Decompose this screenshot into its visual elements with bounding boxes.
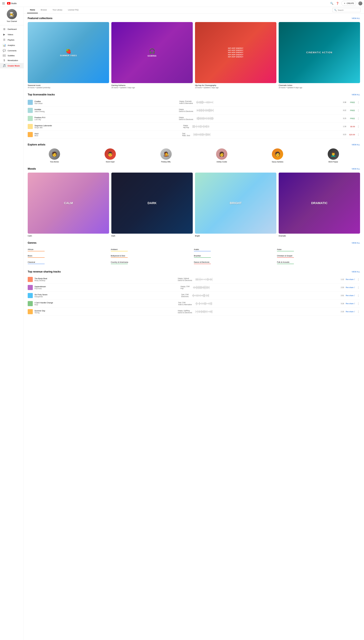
genre-item-country---americana[interactable]: Country & Americana — [111, 259, 194, 266]
genre-item-arabic[interactable]: Arabic — [194, 247, 277, 253]
search-icon[interactable]: 🔍 — [330, 2, 334, 5]
sidebar-item-videos[interactable]: ▶ Videos — [0, 32, 24, 37]
artist-card[interactable]: 👩 Ashley Cooke — [195, 148, 248, 163]
track-row[interactable]: Seguimos Laborando Grupo 360 HappyHip-ho… — [28, 122, 360, 130]
logo[interactable]: Studio — [7, 2, 17, 4]
help-icon[interactable]: ❓ — [336, 2, 339, 5]
revenue-track-waveform[interactable] — [192, 294, 336, 298]
revenue-track-waveform[interactable] — [193, 286, 336, 290]
artist-card[interactable]: 🧑‍🎤 Fireboy DML — [139, 148, 193, 163]
genre-item-ambient[interactable]: Ambient — [111, 247, 194, 253]
revenue-track-row[interactable]: Sapientdream Past lives Happy, ChillPop … — [28, 284, 360, 292]
artist-card[interactable]: 🧑 Saucy Santana — [251, 148, 304, 163]
genre-item-brazilian[interactable]: Brazilian — [194, 253, 277, 259]
track-waveform[interactable] — [194, 132, 338, 136]
track-more-button[interactable]: ⋮ — [357, 109, 360, 112]
user-avatar[interactable] — [358, 2, 362, 5]
cinematic-thumb-bg: CINEMATIC ACTION — [279, 22, 360, 83]
track-price[interactable]: $9.99 — [348, 126, 355, 128]
featured-collections-view-all[interactable]: VIEW ALL — [352, 17, 360, 19]
content-area: Home Browse Your Library License FAQ 🔍 F… — [24, 7, 364, 640]
artist-card[interactable]: 🧑 Yoss Bones — [28, 148, 81, 163]
sidebar-item-monetization[interactable]: $ Monetization — [0, 58, 24, 63]
featured-collections-title: Featured collections — [28, 17, 52, 20]
search-input[interactable] — [338, 9, 359, 11]
collection-thumb-cinematic: CINEMATIC ACTION — [279, 22, 360, 83]
track-row[interactable]: Cradles Sub Urban Happy, DramaticIndie &… — [28, 98, 360, 106]
genre-item-african[interactable]: African — [28, 247, 111, 253]
revenue-track-waveform[interactable] — [195, 302, 336, 306]
revenue-track-waveform[interactable] — [196, 278, 336, 282]
create-button[interactable]: ＋ CREATE — [342, 1, 356, 6]
track-waveform[interactable] — [192, 124, 338, 128]
collection-card-gaming[interactable]: 🎧 GAMING Gaming Anthems 26 tracks • Upda… — [111, 22, 193, 88]
revenue-track-more-button[interactable]: ⋮ — [357, 286, 360, 289]
genre-item-bollywood---desi[interactable]: Bollywood & Desi — [111, 253, 194, 259]
track-price[interactable]: FREE — [348, 101, 355, 104]
track-more-button[interactable]: ⋮ — [357, 101, 360, 104]
collection-card-hiphop[interactable]: HIP-HOP ENERGYHIP-HOP ENERGYHIP-HOP ENER… — [195, 22, 276, 88]
nav-home[interactable]: Home — [27, 7, 38, 13]
track-price[interactable]: FREE — [348, 118, 355, 120]
genre-item-folk---acoustic[interactable]: Folk & Acoustic — [277, 259, 360, 266]
revenue-track-row[interactable]: Six Forty Seven Instupendo Sad, ChillEle… — [28, 292, 360, 300]
nav-library[interactable]: Your Library — [50, 7, 65, 13]
rev-share-button[interactable]: Rev-share ⤴ — [346, 302, 355, 304]
rev-share-button[interactable]: Rev-share ⤴ — [346, 311, 355, 313]
revenue-track-waveform[interactable] — [196, 310, 336, 314]
sidebar-item-creator-music[interactable]: 🎵 Creator Music — [0, 63, 24, 68]
explore-artists-view-all[interactable]: VIEW ALL — [352, 144, 360, 146]
sidebar-item-comments[interactable]: 💬 Comments — [0, 48, 24, 53]
genre-item-classical[interactable]: Classical — [28, 259, 111, 266]
sidebar-item-playlists[interactable]: ☰ Playlists — [0, 37, 24, 42]
track-waveform[interactable] — [197, 108, 338, 112]
revenue-track-row[interactable]: The Banjo Beat Ricky Desktop Happy, Upbe… — [28, 276, 360, 284]
artist-card[interactable]: 👨‍🦱 Brent Faiyaz — [306, 148, 360, 163]
revenue-track-row[interactable]: I Can't Handle Change Roar Sad, ChillInd… — [28, 300, 360, 308]
nav-faq[interactable]: License FAQ — [65, 7, 81, 13]
featured-collections-header: Featured collections VIEW ALL — [28, 17, 360, 20]
revenue-track-more-button[interactable]: ⋮ — [357, 294, 360, 297]
revenue-track-more-button[interactable]: ⋮ — [357, 278, 360, 281]
mood-card-bright[interactable]: BRIGHT Bright — [195, 172, 276, 237]
top-revenue-view-all[interactable]: VIEW ALL — [352, 271, 360, 273]
track-price[interactable]: $29.99 — [348, 134, 355, 136]
mood-card-dark[interactable]: DARK Dark — [111, 172, 193, 237]
track-more-button[interactable]: ⋮ — [357, 133, 360, 136]
moods-view-all[interactable]: VIEW ALL — [352, 168, 360, 170]
genre-item-dance---electronic[interactable]: Dance & Electronic — [194, 259, 277, 266]
track-row[interactable]: Fearless Pt II Lost Sky HappyDance & Ele… — [28, 114, 360, 122]
genre-item-asian[interactable]: Asian — [277, 247, 360, 253]
nav-browse[interactable]: Browse — [38, 7, 50, 13]
track-waveform[interactable] — [197, 116, 338, 120]
genre-item-christian---gospel[interactable]: Christian & Gospel — [277, 253, 360, 259]
channel-avatar[interactable]: 👨‍🍳 — [7, 9, 17, 19]
collection-card-cinematic[interactable]: CINEMATIC ACTION Cinematic Action 20 tra… — [279, 22, 360, 88]
track-row[interactable]: And I MO3 SadR&B, Soul 3:23 $29.99 ⋮ — [28, 130, 360, 139]
collection-card-summer[interactable]: 🍓 SUMMER VIBES Seasonal music 44 tracks … — [28, 22, 109, 88]
revenue-track-row[interactable]: Summer Day TimTaj Happy, UpliftingDance … — [28, 308, 360, 316]
genre-item-blues[interactable]: Blues — [28, 253, 111, 259]
hamburger-menu[interactable] — [2, 2, 5, 5]
artist-card[interactable]: 👨 Kevin Kaarl — [84, 148, 137, 163]
mood-card-dramatic[interactable]: DRAMATIC Dramatic — [279, 172, 360, 237]
rev-share-button[interactable]: Rev-share ⤴ — [346, 294, 355, 296]
track-row[interactable]: Invisible Julius Dreisig HappyDance & El… — [28, 106, 360, 114]
mood-card-calm[interactable]: CALM Calm — [28, 172, 109, 237]
search-box[interactable]: 🔍 — [332, 8, 360, 12]
track-waveform[interactable] — [196, 100, 338, 104]
track-info: Cradles Sub Urban — [34, 100, 176, 104]
rev-share-button[interactable]: Rev-share ⤴ — [346, 278, 355, 280]
sidebar-item-subtitles[interactable]: CC Subtitles — [0, 53, 24, 58]
revenue-track-more-button[interactable]: ⋮ — [357, 310, 360, 313]
sidebar-item-analytics[interactable]: 📊 Analytics — [0, 42, 24, 48]
track-more-button[interactable]: ⋮ — [357, 125, 360, 128]
sidebar-item-dashboard[interactable]: ⊞ Dashboard — [0, 26, 24, 32]
top-licenseable-view-all[interactable]: VIEW ALL — [352, 94, 360, 96]
comments-icon: 💬 — [3, 49, 6, 52]
revenue-track-more-button[interactable]: ⋮ — [357, 302, 360, 305]
genres-view-all[interactable]: VIEW ALL — [352, 242, 360, 244]
track-price[interactable]: FREE — [348, 110, 355, 112]
rev-share-button[interactable]: Rev-share ⤴ — [346, 286, 355, 288]
track-more-button[interactable]: ⋮ — [357, 117, 360, 120]
